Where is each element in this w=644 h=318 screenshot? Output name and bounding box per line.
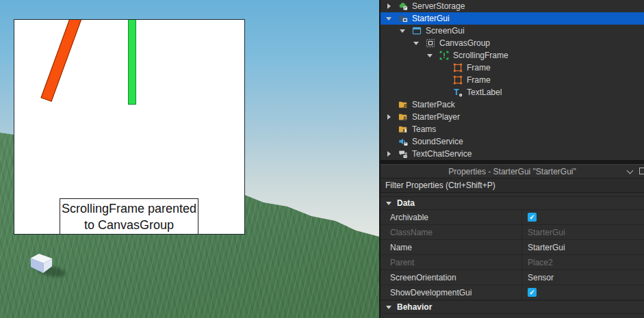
property-row-screenorientation: ScreenOrientationSensor [381, 270, 644, 285]
property-row-name: NameStarterGui [381, 240, 644, 255]
chevron-collapsed-icon[interactable] [385, 3, 393, 9]
starter-pack-icon [398, 100, 408, 109]
tree-item-label: ScrollingFrame [453, 51, 508, 60]
game-viewport[interactable]: ScrollingFrame parented to CanvasGroup [0, 0, 379, 318]
popout-icon[interactable] [639, 168, 644, 174]
section-label: Data [397, 198, 415, 208]
property-value[interactable]: Sensor [521, 270, 644, 284]
properties-header[interactable]: Properties - StarterGui "StarterGui" [381, 164, 644, 178]
tree-item-label: Teams [412, 124, 436, 134]
chevron-collapsed-icon[interactable] [385, 114, 393, 120]
tree-item-label: Frame [467, 75, 491, 85]
tree-item-label: SoundService [412, 137, 463, 146]
tree-item-label: CanvasGroup [439, 38, 490, 48]
property-row-classname: ClassNameStarterGui [381, 225, 644, 240]
scrolling-frame-icon [439, 51, 449, 60]
svg-text:T: T [454, 88, 459, 97]
tree-item-scrollingframe[interactable]: ScrollingFrame [381, 49, 644, 62]
canvas-group-icon [426, 38, 435, 48]
property-row-archivable: Archivable✓ [381, 210, 644, 225]
explorer-panel: ServerStorageStarterGuiScreenGuiCanvasGr… [381, 0, 644, 160]
tree-item-label: StarterPack [412, 100, 455, 109]
property-name: Name [381, 240, 521, 254]
tree-item-startergui[interactable]: StarterGui [381, 12, 644, 25]
sound-service-icon [398, 137, 408, 146]
section-collapse-icon[interactable] [386, 306, 391, 309]
tree-item-label: ScreenGui [426, 26, 465, 36]
tree-item-soundservice[interactable]: SoundService [381, 135, 644, 148]
property-value[interactable]: StarterGui [521, 240, 644, 254]
caption-line-1: ScrollingFrame parented [62, 202, 196, 215]
chevron-expanded-icon[interactable] [398, 29, 407, 33]
text-chat-service-icon [398, 149, 408, 159]
side-panels: ServerStorageStarterGuiScreenGuiCanvasGr… [379, 0, 644, 318]
tree-item-label: StarterGui [412, 14, 450, 23]
property-name: ShowDevelopmentGui [381, 285, 521, 300]
section-collapse-icon[interactable] [386, 202, 391, 205]
chevron-expanded-icon[interactable] [385, 17, 393, 21]
property-value[interactable]: ✓ [521, 285, 644, 300]
tree-item-textchatservice[interactable]: TextChatService [381, 148, 644, 160]
property-name: Parent [381, 255, 521, 269]
screen-gui-icon [412, 26, 422, 36]
properties-title: Properties - StarterGui "StarterGui" [448, 167, 576, 176]
tree-item-label: StarterPlayer [412, 112, 460, 122]
text-label-icon: T [453, 88, 463, 97]
property-row-parent: ParentPlace2 [381, 255, 644, 270]
tree-item-teams[interactable]: Teams [381, 123, 644, 135]
section-header-data[interactable]: Data [381, 196, 644, 210]
checkbox-checked-icon[interactable]: ✓ [528, 288, 537, 297]
tree-item-textlabel[interactable]: TTextLabel [381, 86, 644, 98]
chevron-expanded-icon[interactable] [412, 42, 420, 45]
filter-properties-input[interactable]: Filter Properties (Ctrl+Shift+P) [381, 178, 644, 193]
property-row-showdevelopmentgui: ShowDevelopmentGui✓ [381, 285, 644, 300]
starter-gui-icon [398, 14, 408, 23]
section-label: Behavior [397, 302, 432, 312]
tree-item-label: TextChatService [412, 149, 472, 159]
tree-item-label: Frame [467, 63, 491, 72]
checkbox-checked-icon[interactable]: ✓ [528, 213, 537, 222]
canvas-group-frame: ScrollingFrame parented to CanvasGroup [14, 19, 245, 235]
chevron-down-icon[interactable] [627, 168, 634, 174]
tree-item-starterpack[interactable]: StarterPack [381, 98, 644, 111]
chevron-collapsed-icon[interactable] [385, 151, 393, 157]
rotated-frame-bar [40, 19, 83, 102]
properties-panel: Properties - StarterGui "StarterGui" Fil… [381, 164, 644, 318]
text-label: ScrollingFrame parented to CanvasGroup [60, 198, 198, 235]
properties-body: DataArchivable✓ClassNameStarterGuiNameSt… [381, 193, 644, 318]
property-value: StarterGui [521, 225, 644, 239]
property-value: Place2 [521, 255, 644, 269]
frame-icon [453, 75, 463, 85]
part-cube[interactable] [30, 254, 53, 276]
frame-icon [453, 63, 463, 72]
tree-item-frame[interactable]: Frame [381, 74, 644, 86]
property-name: ScreenOrientation [381, 270, 521, 284]
filter-placeholder: Filter Properties (Ctrl+Shift+P) [385, 181, 495, 190]
chevron-expanded-icon[interactable] [426, 54, 434, 57]
property-value[interactable]: ✓ [521, 210, 644, 224]
tree-item-screengui[interactable]: ScreenGui [381, 25, 644, 37]
caption-line-2: to CanvasGroup [84, 218, 174, 232]
section-header-behavior[interactable]: Behavior [381, 300, 644, 314]
tree-item-label: ServerStorage [412, 1, 465, 11]
tree-item-serverstorage[interactable]: ServerStorage [381, 0, 644, 12]
server-storage-icon [398, 1, 408, 11]
teams-icon [398, 124, 408, 134]
property-name: Archivable [381, 210, 521, 224]
tree-item-canvasgroup[interactable]: CanvasGroup [381, 37, 644, 49]
tree-item-frame[interactable]: Frame [381, 62, 644, 74]
tree-item-label: TextLabel [467, 88, 502, 97]
property-name: ClassName [381, 225, 521, 239]
tree-item-starterplayer[interactable]: StarterPlayer [381, 111, 644, 123]
roblox-studio-window: ScrollingFrame parented to CanvasGroup S… [0, 0, 644, 318]
starter-player-icon [398, 112, 408, 122]
explorer-tree: ServerStorageStarterGuiScreenGuiCanvasGr… [381, 0, 644, 160]
vertical-frame-bar [128, 19, 136, 105]
